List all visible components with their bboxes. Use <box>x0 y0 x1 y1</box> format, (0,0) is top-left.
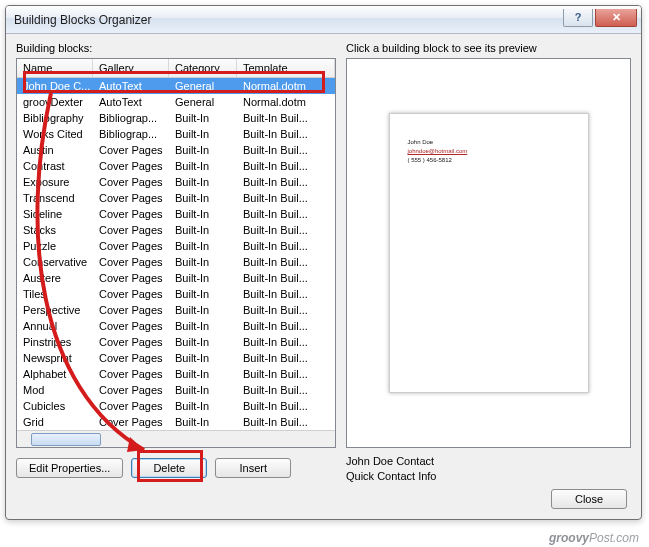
preview-label: Click a building block to see its previe… <box>346 42 631 54</box>
cell-template: Built-In Buil... <box>237 334 335 350</box>
edit-properties-button[interactable]: Edit Properties... <box>16 458 123 478</box>
cell-name: Perspective <box>17 302 93 318</box>
cell-category: Built-In <box>169 270 237 286</box>
table-row[interactable]: Works CitedBibliograp...Built-InBuilt-In… <box>17 126 335 142</box>
cell-category: Built-In <box>169 318 237 334</box>
cell-name: groovDexter <box>17 94 93 110</box>
help-icon: ? <box>575 11 582 23</box>
table-row[interactable]: TranscendCover PagesBuilt-InBuilt-In Bui… <box>17 190 335 206</box>
cell-template: Normal.dotm <box>237 94 335 110</box>
cell-template: Normal.dotm <box>237 78 335 94</box>
close-button[interactable]: Close <box>551 489 627 509</box>
table-row[interactable]: PerspectiveCover PagesBuilt-InBuilt-In B… <box>17 302 335 318</box>
cell-name: Cubicles <box>17 398 93 414</box>
cell-gallery: Cover Pages <box>93 142 169 158</box>
table-row[interactable]: ModCover PagesBuilt-InBuilt-In Buil... <box>17 382 335 398</box>
preview-box: John Doe johndoe@hotmail.com ( 555 ) 456… <box>346 58 631 448</box>
cell-name: Conservative <box>17 254 93 270</box>
cell-category: Built-In <box>169 366 237 382</box>
cell-template: Built-In Buil... <box>237 158 335 174</box>
table-row[interactable]: ContrastCover PagesBuilt-InBuilt-In Buil… <box>17 158 335 174</box>
delete-button[interactable]: Delete <box>131 458 207 478</box>
col-name[interactable]: Name <box>17 59 93 77</box>
insert-button[interactable]: Insert <box>215 458 291 478</box>
cell-name: Austin <box>17 142 93 158</box>
dialog-title: Building Blocks Organizer <box>14 13 561 27</box>
table-row[interactable]: NewsprintCover PagesBuilt-InBuilt-In Bui… <box>17 350 335 366</box>
cell-gallery: Cover Pages <box>93 206 169 222</box>
cell-name: Works Cited <box>17 126 93 142</box>
cell-category: Built-In <box>169 174 237 190</box>
cell-name: Austere <box>17 270 93 286</box>
cell-category: General <box>169 94 237 110</box>
table-row[interactable]: CubiclesCover PagesBuilt-InBuilt-In Buil… <box>17 398 335 414</box>
table-row[interactable]: ExposureCover PagesBuilt-InBuilt-In Buil… <box>17 174 335 190</box>
cell-category: Built-In <box>169 254 237 270</box>
cell-name: Pinstripes <box>17 334 93 350</box>
cell-template: Built-In Buil... <box>237 174 335 190</box>
cell-template: Built-In Buil... <box>237 366 335 382</box>
table-row[interactable]: AlphabetCover PagesBuilt-InBuilt-In Buil… <box>17 366 335 382</box>
column-headers: Name Gallery Category Template <box>17 59 335 78</box>
cell-gallery: Cover Pages <box>93 222 169 238</box>
horizontal-scrollbar[interactable] <box>17 430 335 447</box>
table-row[interactable]: ConservativeCover PagesBuilt-InBuilt-In … <box>17 254 335 270</box>
cell-category: Built-In <box>169 126 237 142</box>
scrollbar-thumb[interactable] <box>31 433 101 446</box>
cell-gallery: AutoText <box>93 94 169 110</box>
close-icon: ✕ <box>612 11 621 24</box>
building-blocks-label: Building blocks: <box>16 42 336 54</box>
titlebar: Building Blocks Organizer ? ✕ <box>6 6 641 34</box>
cell-category: Built-In <box>169 206 237 222</box>
table-row[interactable]: GridCover PagesBuilt-InBuilt-In Buil... <box>17 414 335 430</box>
table-row[interactable]: AustinCover PagesBuilt-InBuilt-In Buil..… <box>17 142 335 158</box>
table-row[interactable]: John Doe C...AutoTextGeneralNormal.dotm <box>17 78 335 94</box>
table-row[interactable]: TilesCover PagesBuilt-InBuilt-In Buil... <box>17 286 335 302</box>
cell-name: Grid <box>17 414 93 430</box>
cell-name: Sideline <box>17 206 93 222</box>
cell-gallery: Cover Pages <box>93 350 169 366</box>
preview-email: johndoe@hotmail.com <box>408 147 570 156</box>
cell-name: Bibliography <box>17 110 93 126</box>
table-row[interactable]: AnnualCover PagesBuilt-InBuilt-In Buil..… <box>17 318 335 334</box>
cell-gallery: Cover Pages <box>93 158 169 174</box>
cell-category: Built-In <box>169 238 237 254</box>
table-row[interactable]: BibliographyBibliograp...Built-InBuilt-I… <box>17 110 335 126</box>
cell-template: Built-In Buil... <box>237 350 335 366</box>
watermark: groovyPost.com <box>549 531 639 545</box>
cell-gallery: Cover Pages <box>93 254 169 270</box>
cell-name: Alphabet <box>17 366 93 382</box>
cell-template: Built-In Buil... <box>237 254 335 270</box>
cell-name: Tiles <box>17 286 93 302</box>
cell-template: Built-In Buil... <box>237 414 335 430</box>
table-row[interactable]: groovDexterAutoTextGeneralNormal.dotm <box>17 94 335 110</box>
watermark-suffix: Post.com <box>589 531 639 545</box>
cell-name: Exposure <box>17 174 93 190</box>
help-button[interactable]: ? <box>563 9 593 27</box>
preview-name: John Doe <box>408 138 570 147</box>
preview-page: John Doe johndoe@hotmail.com ( 555 ) 456… <box>389 113 589 393</box>
table-row[interactable]: SidelineCover PagesBuilt-InBuilt-In Buil… <box>17 206 335 222</box>
cell-template: Built-In Buil... <box>237 110 335 126</box>
cell-gallery: Cover Pages <box>93 238 169 254</box>
col-category[interactable]: Category <box>169 59 237 77</box>
cell-category: Built-In <box>169 398 237 414</box>
cell-category: Built-In <box>169 350 237 366</box>
col-template[interactable]: Template <box>237 59 335 77</box>
cell-category: Built-In <box>169 142 237 158</box>
cell-template: Built-In Buil... <box>237 302 335 318</box>
cell-category: Built-In <box>169 190 237 206</box>
table-row[interactable]: AustereCover PagesBuilt-InBuilt-In Buil.… <box>17 270 335 286</box>
cell-name: Contrast <box>17 158 93 174</box>
rows-container[interactable]: John Doe C...AutoTextGeneralNormal.dotmg… <box>17 78 335 430</box>
close-window-button[interactable]: ✕ <box>595 9 637 27</box>
cell-gallery: Cover Pages <box>93 302 169 318</box>
table-row[interactable]: StacksCover PagesBuilt-InBuilt-In Buil..… <box>17 222 335 238</box>
cell-gallery: Cover Pages <box>93 414 169 430</box>
table-row[interactable]: PuzzleCover PagesBuilt-InBuilt-In Buil..… <box>17 238 335 254</box>
preview-phone: ( 555 ) 456-5812 <box>408 156 570 165</box>
col-gallery[interactable]: Gallery <box>93 59 169 77</box>
cell-name: Newsprint <box>17 350 93 366</box>
table-row[interactable]: PinstripesCover PagesBuilt-InBuilt-In Bu… <box>17 334 335 350</box>
cell-gallery: Bibliograp... <box>93 110 169 126</box>
